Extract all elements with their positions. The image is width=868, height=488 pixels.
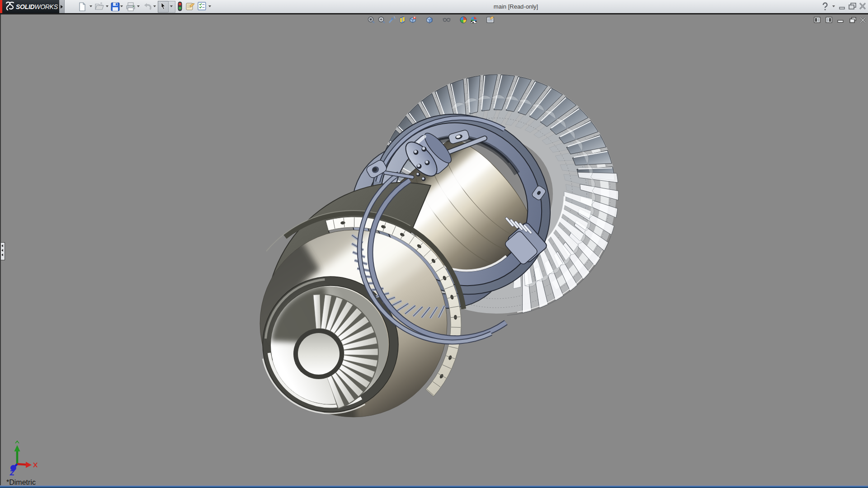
svg-text:SOLIDWORKS: SOLIDWORKS bbox=[16, 3, 58, 10]
